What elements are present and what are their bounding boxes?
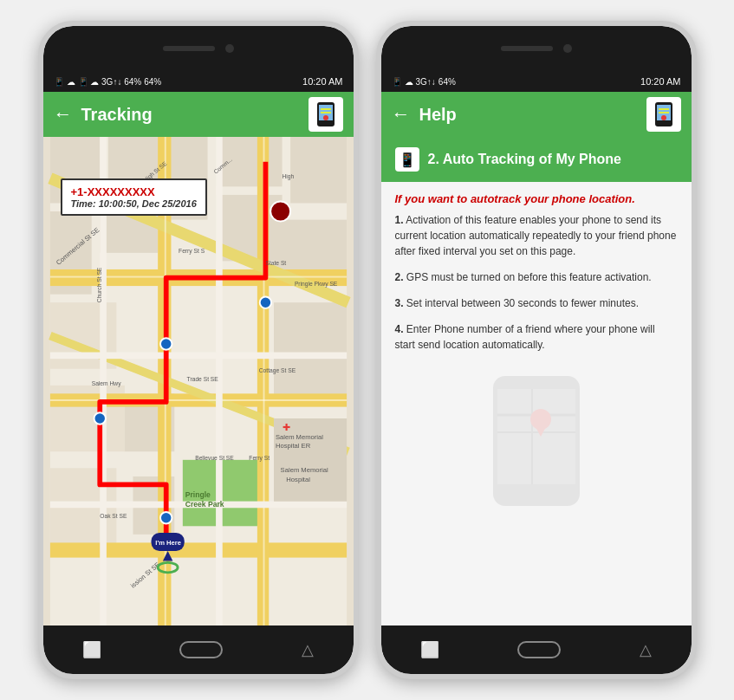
phone-top-left (43, 26, 354, 71)
phone-icon: 📱 (54, 77, 64, 87)
phone-bottom-right: ⬜ △ (381, 625, 692, 674)
list-item: 2. GPS must be turned on before this fea… (395, 269, 678, 285)
svg-point-4 (323, 115, 328, 120)
svg-point-64 (94, 412, 105, 424)
list-text-1: Activation of this feature enables your … (395, 214, 677, 257)
list-num-2: 2. (395, 271, 404, 283)
watermark-phone-svg (480, 372, 593, 510)
back-button-left[interactable]: ← (54, 103, 73, 126)
list-num-1: 1. (395, 214, 404, 226)
svg-text:Ferry St S: Ferry St S (179, 248, 205, 255)
page-title-right: Help (419, 105, 638, 125)
svg-rect-26 (49, 542, 346, 557)
svg-text:Ferry St: Ferry St (249, 455, 270, 462)
battery-r: 64% (438, 77, 456, 87)
speaker-left (163, 46, 215, 51)
svg-text:Hospital ER: Hospital ER (275, 442, 310, 450)
svg-point-65 (160, 512, 172, 523)
status-bar-right: 📱 ☁ 3G↑↓ 64% 10:20 AM (381, 71, 692, 92)
help-phone-icon: 📱 (395, 147, 419, 172)
svg-text:Oak St SE: Oak St SE (100, 513, 127, 519)
help-header: 📱 2. Auto Tracking of My Phone (381, 137, 692, 182)
popup-phone: +1-XXXXXXXXX (71, 185, 197, 198)
map-container[interactable]: Commercial St SE Salem Hwy Ferry St S Tr… (43, 137, 354, 625)
nav-back-btn-left[interactable]: △ (302, 640, 314, 659)
map-screen: Commercial St SE Salem Hwy Ferry St S Tr… (43, 137, 354, 625)
svg-text:State St: State St (265, 260, 286, 266)
svg-text:Hospital: Hospital (286, 476, 310, 483)
list-text-2: GPS must be turned on before this featur… (406, 271, 652, 283)
camera-left (225, 44, 234, 53)
wifi-icon: ☁ (67, 77, 75, 87)
svg-text:Salem Memorial: Salem Memorial (280, 466, 328, 474)
svg-text:Trade St SE: Trade St SE (186, 376, 218, 382)
battery-icon: 64% (144, 77, 161, 87)
nav-recent-btn-right[interactable]: ⬜ (420, 640, 439, 659)
map-popup: +1-XXXXXXXXX Time: 10:00:50, Dec 25/2016 (61, 178, 207, 216)
app-bar-right: ← Help (381, 92, 692, 137)
popup-time: Time: 10:00:50, Dec 25/2016 (71, 198, 197, 209)
svg-text:✚: ✚ (282, 422, 289, 432)
nav-recent-btn-left[interactable]: ⬜ (82, 640, 101, 659)
svg-text:I'm Here: I'm Here (155, 539, 181, 547)
svg-text:Cottage St SE: Cottage St SE (258, 367, 296, 374)
list-text-3: Set interval between 30 seconds to fewer… (406, 297, 639, 309)
list-item: 1. Activation of this feature enables yo… (395, 212, 678, 259)
list-item: 3. Set interval between 30 seconds to fe… (395, 295, 678, 311)
svg-text:Pringle: Pringle (185, 490, 210, 499)
svg-point-62 (259, 296, 270, 308)
app-icon-left (309, 97, 343, 132)
help-screen: 📱 2. Auto Tracking of My Phone If you wa… (381, 137, 692, 625)
app-icon-right (646, 97, 681, 132)
svg-text:Bellevue St SE: Bellevue St SE (195, 455, 234, 461)
phone-icon-r: 📱 (392, 77, 402, 87)
svg-point-66 (270, 202, 290, 222)
svg-rect-16 (290, 137, 347, 203)
list-text-4: Enter Phone number of a friend where you… (395, 323, 655, 351)
phone-left: 📱 ☁ 📱 ☁ 3G↑↓ 64% 64% 10:20 AM ← Tracking (38, 21, 359, 679)
signal-3g-r: 3G↑↓ (416, 77, 436, 87)
status-icons-right: 📱 ☁ 3G↑↓ 64% (392, 77, 456, 87)
wifi-icon-r: ☁ (405, 77, 413, 87)
status-time-left: 10:20 AM (302, 76, 342, 87)
list-num-4: 4. (395, 323, 404, 335)
svg-text:Creek Park: Creek Park (185, 500, 224, 509)
page-title-left: Tracking (81, 105, 300, 125)
status-time-right: 10:20 AM (640, 76, 680, 87)
phone-top-right (381, 26, 692, 71)
list-num-3: 3. (395, 297, 404, 309)
svg-point-75 (661, 115, 666, 120)
help-subtitle: If you want to autotrack your phone loca… (381, 182, 692, 212)
help-section-heading: 2. Auto Tracking of My Phone (428, 152, 621, 167)
svg-text:Church St SE: Church St SE (96, 267, 102, 302)
nav-back-btn-right[interactable]: △ (640, 640, 652, 659)
svg-text:Salem Memorial: Salem Memorial (275, 433, 322, 441)
phone-right: 📱 ☁ 3G↑↓ 64% 10:20 AM ← Help 📱 2. A (376, 21, 697, 679)
camera-right (563, 44, 572, 53)
back-button-right[interactable]: ← (392, 103, 411, 126)
status-bar-left: 📱 ☁ 📱 ☁ 3G↑↓ 64% 64% 10:20 AM (43, 71, 354, 92)
phone-bottom-left: ⬜ △ (43, 625, 354, 674)
app-bar-left: ← Tracking (43, 92, 354, 137)
svg-text:Salem Hwy: Salem Hwy (91, 380, 120, 387)
speaker-right (501, 46, 553, 51)
svg-rect-32 (49, 399, 346, 401)
svg-rect-35 (49, 353, 346, 360)
signal-3g: 📱 ☁ 3G↑↓ 64% (78, 77, 142, 87)
list-item: 4. Enter Phone number of a friend where … (395, 321, 678, 353)
nav-home-btn-right[interactable] (517, 641, 561, 658)
nav-home-btn-left[interactable] (179, 641, 223, 658)
svg-rect-77 (497, 389, 575, 484)
svg-point-63 (160, 338, 172, 349)
help-list: 1. Activation of this feature enables yo… (381, 212, 692, 353)
status-icons-left: 📱 ☁ 📱 ☁ 3G↑↓ 64% 64% (54, 77, 162, 87)
svg-text:High: High (282, 173, 294, 180)
watermark-container (381, 363, 692, 519)
svg-text:Pringle Pkwy SE: Pringle Pkwy SE (294, 281, 337, 288)
